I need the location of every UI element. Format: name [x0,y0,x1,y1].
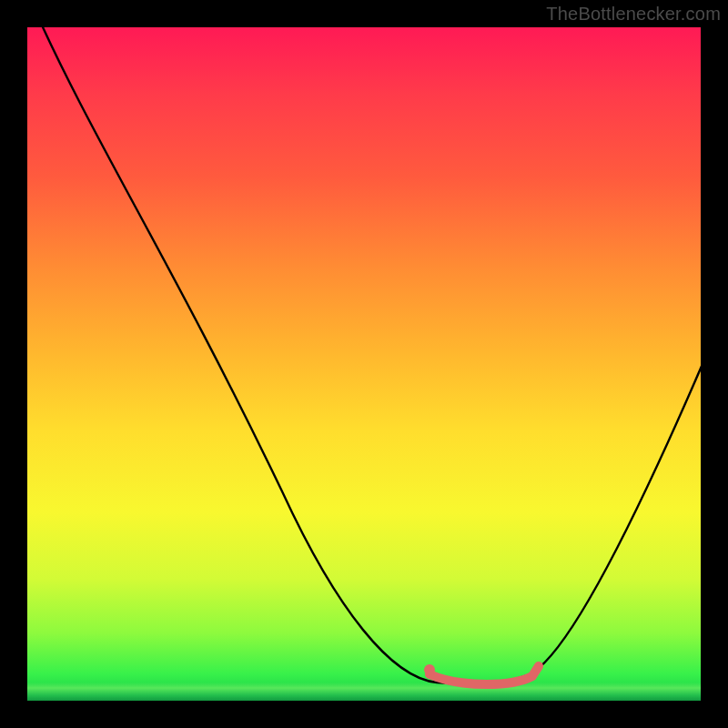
plot-area [27,27,701,701]
curve-path [35,27,701,684]
bottleneck-curve [27,27,701,701]
optimal-range-marker [430,666,539,684]
chart-frame: TheBottlenecker.com [0,0,728,728]
optimal-range-start-dot [424,664,435,675]
attribution-text: TheBottlenecker.com [546,4,721,25]
